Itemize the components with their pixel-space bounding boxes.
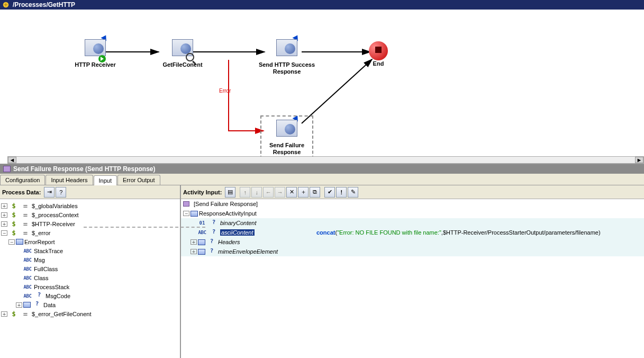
goto-button[interactable]: ⇥	[44, 187, 55, 198]
process-data-pane: Process Data: ⇥ ? +$=$_globalVariables +…	[0, 185, 181, 358]
tree-item[interactable]: +?mimeEnvelopeElement	[181, 247, 644, 256]
node-label: Send Failure Response	[262, 142, 311, 156]
scroll-right-button[interactable]: ►	[635, 157, 643, 163]
globe-icon	[276, 120, 297, 137]
move-up-button[interactable]: ↑	[240, 187, 250, 198]
add-child-button[interactable]: ＋	[298, 187, 309, 198]
tree-item[interactable]: ABCMsg	[1, 255, 179, 264]
node-label: HTTP Receiver	[64, 61, 127, 68]
play-badge-icon	[98, 55, 106, 62]
tree-item[interactable]: −$=$_error	[1, 228, 179, 237]
tab-configuration[interactable]: Configuration	[0, 175, 45, 185]
move-left-button[interactable]: ←	[263, 187, 274, 198]
tree-item[interactable]: 01?binaryContent	[181, 218, 644, 228]
process-canvas[interactable]: Error HTTP Receiver GetFileConent Send H…	[0, 10, 644, 164]
breadcrumb: /Processes/GetHTTP	[0, 0, 644, 10]
activity-input-pane: Activity Input: ▤ ↑ ↓ ← → ✕ ＋ ⧉ ✔ ! ✎ [S…	[181, 185, 644, 358]
globe-icon	[276, 39, 297, 56]
activity-mini-icon	[183, 201, 189, 207]
activity-input-tree[interactable]: [Send Failure Response] −ResponseActivit…	[181, 199, 644, 358]
tree-item-ascii-content-selected[interactable]: ABC?asciiContent concat("Error: NO FILE …	[181, 228, 644, 237]
activity-panel-title: Send Failure Response (Send HTTP Respons…	[0, 164, 644, 174]
node-send-failure-response-selected[interactable]: Send Failure Response	[260, 115, 313, 159]
delete-button[interactable]: ✕	[286, 187, 297, 198]
node-send-http-success[interactable]: Send HTTP Success Response	[252, 39, 321, 75]
tree-item[interactable]: −ResponseActivityInput	[181, 209, 644, 218]
tab-error-output[interactable]: Error Output	[117, 175, 160, 185]
panel-title-text: Send Failure Response (Send HTTP Respons…	[13, 165, 156, 173]
show-mode-button[interactable]: ▤	[225, 187, 235, 198]
errors-button[interactable]: !	[336, 187, 347, 198]
magnifier-icon	[186, 53, 194, 61]
globe-icon	[85, 39, 106, 56]
end-icon	[369, 41, 388, 60]
tree-item[interactable]: ABCClass	[1, 273, 179, 282]
horizontal-scrollbar[interactable]: ◄ ►	[7, 156, 644, 164]
add-sibling-button[interactable]: ⧉	[310, 187, 320, 198]
validate-button[interactable]: ✔	[324, 187, 335, 198]
tab-input[interactable]: Input	[94, 175, 117, 185]
tree-item[interactable]: +?Data	[1, 300, 179, 309]
node-label: GetFileConent	[151, 61, 214, 68]
mapping-expression[interactable]: concat("Error: NO FILE FOUND with file n…	[314, 229, 644, 236]
tab-input-headers[interactable]: Input Headers	[46, 175, 93, 185]
move-down-button[interactable]: ↓	[251, 187, 262, 198]
tree-item[interactable]: ABC?MsgCode	[1, 291, 179, 300]
breadcrumb-path: /Processes/GetHTTP	[13, 1, 75, 8]
node-label: Send HTTP Success Response	[252, 61, 321, 75]
tree-item[interactable]: +$=$_processContext	[1, 210, 179, 219]
edit-button[interactable]: ✎	[348, 187, 358, 198]
move-right-button[interactable]: →	[275, 187, 285, 198]
node-http-receiver[interactable]: HTTP Receiver	[64, 39, 127, 68]
activity-input-title: Activity Input:	[183, 189, 222, 195]
help-button[interactable]: ?	[56, 187, 66, 198]
activity-input-header: Activity Input: ▤ ↑ ↓ ← → ✕ ＋ ⧉ ✔ ! ✎	[181, 185, 644, 199]
tree-item[interactable]: +$=$_error_GetFileConent	[1, 309, 179, 318]
tree-item[interactable]: +$=$HTTP-Receiver	[1, 219, 179, 228]
scroll-left-button[interactable]: ◄	[8, 157, 16, 163]
activity-icon	[3, 166, 11, 172]
process-data-title: Process Data:	[2, 189, 41, 195]
node-end[interactable]: End	[355, 41, 402, 67]
tree-item[interactable]: ABCProcessStack	[1, 282, 179, 291]
tree-item[interactable]: −ErrorReport	[1, 237, 179, 246]
process-icon	[2, 1, 10, 8]
tree-item[interactable]: [Send Failure Response]	[181, 199, 644, 209]
transition-error-label: Error	[219, 88, 231, 94]
node-label: End	[355, 60, 402, 67]
node-get-file-content[interactable]: GetFileConent	[151, 39, 214, 68]
tree-item[interactable]: +$=$_globalVariables	[1, 201, 179, 210]
scroll-track[interactable]	[16, 157, 635, 163]
process-data-header: Process Data: ⇥ ?	[0, 185, 180, 199]
tree-item[interactable]: ABCFullClass	[1, 264, 179, 273]
process-data-tree[interactable]: +$=$_globalVariables +$=$_processContext…	[0, 199, 180, 358]
tree-item[interactable]: +?Headers	[181, 237, 644, 247]
activity-tabstrip: Configuration Input Headers Input Error …	[0, 174, 644, 185]
tree-item[interactable]: ABCStackTrace	[1, 246, 179, 255]
